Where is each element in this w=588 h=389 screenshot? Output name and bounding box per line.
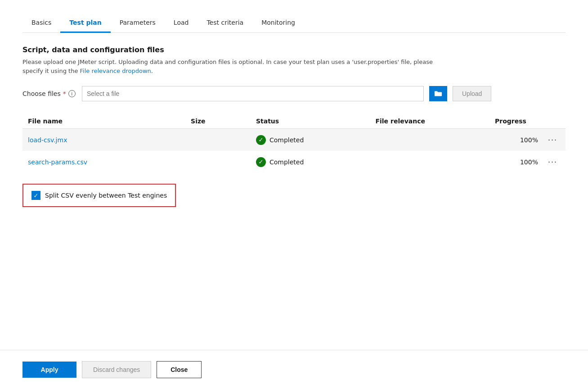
tab-monitoring[interactable]: Monitoring [252, 14, 304, 33]
file-relevance-link[interactable]: File relevance dropdown [80, 68, 151, 74]
file-select-input[interactable] [82, 86, 424, 101]
split-csv-checkbox[interactable] [31, 191, 40, 200]
status-check-icon-1 [256, 135, 266, 145]
tab-load[interactable]: Load [165, 14, 198, 33]
tab-test-criteria[interactable]: Test criteria [197, 14, 252, 33]
filename-cell-2[interactable]: search-params.csv [22, 151, 185, 173]
table-row: search-params.csv Completed 100% ··· [22, 151, 566, 173]
folder-icon [434, 90, 442, 98]
status-cell-1: Completed [251, 129, 370, 151]
footer: Apply Discard changes Close [0, 350, 588, 389]
tab-test-plan[interactable]: Test plan [60, 14, 110, 33]
files-table: File name Size Status File relevance Pro… [22, 114, 566, 173]
tab-basics[interactable]: Basics [22, 14, 60, 33]
info-icon[interactable]: i [68, 90, 76, 97]
split-csv-checkbox-container[interactable]: Split CSV evenly between Test engines [22, 184, 176, 207]
filename-cell-1[interactable]: load-csv.jmx [22, 129, 185, 151]
status-check-icon-2 [256, 157, 266, 167]
col-header-progress: Progress [489, 114, 566, 129]
table-row: load-csv.jmx Completed 100% ··· [22, 129, 566, 151]
file-browse-button[interactable] [429, 86, 447, 101]
split-csv-label: Split CSV evenly between Test engines [45, 192, 167, 199]
size-cell-1 [185, 129, 251, 151]
section-description: Please upload one JMeter script. Uploadi… [22, 58, 450, 75]
col-header-relevance: File relevance [370, 114, 489, 129]
required-indicator: * [63, 90, 66, 97]
relevance-cell-1 [370, 129, 489, 151]
more-options-button-1[interactable]: ··· [545, 134, 560, 145]
size-cell-2 [185, 151, 251, 173]
discard-changes-button[interactable]: Discard changes [82, 361, 151, 378]
progress-value-2: 100% [520, 158, 538, 166]
close-button[interactable]: Close [157, 361, 202, 378]
section-title: Script, data and configuration files [22, 45, 566, 54]
status-text-2: Completed [269, 158, 304, 166]
more-options-button-2[interactable]: ··· [545, 156, 560, 167]
file-input-row: Choose files * i Upload [22, 86, 566, 101]
col-header-size: Size [185, 114, 251, 129]
progress-cell-1: 100% ··· [489, 129, 566, 151]
tab-parameters[interactable]: Parameters [111, 14, 165, 33]
status-cell-2: Completed [251, 151, 370, 173]
tab-bar: Basics Test plan Parameters Load Test cr… [22, 14, 566, 33]
col-header-filename: File name [22, 114, 185, 129]
progress-cell-2: 100% ··· [489, 151, 566, 173]
apply-button[interactable]: Apply [22, 362, 76, 378]
progress-value-1: 100% [520, 136, 538, 144]
relevance-cell-2 [370, 151, 489, 173]
upload-button[interactable]: Upload [453, 86, 491, 101]
status-text-1: Completed [269, 136, 304, 144]
col-header-status: Status [251, 114, 370, 129]
choose-files-label: Choose files * i [22, 90, 76, 97]
